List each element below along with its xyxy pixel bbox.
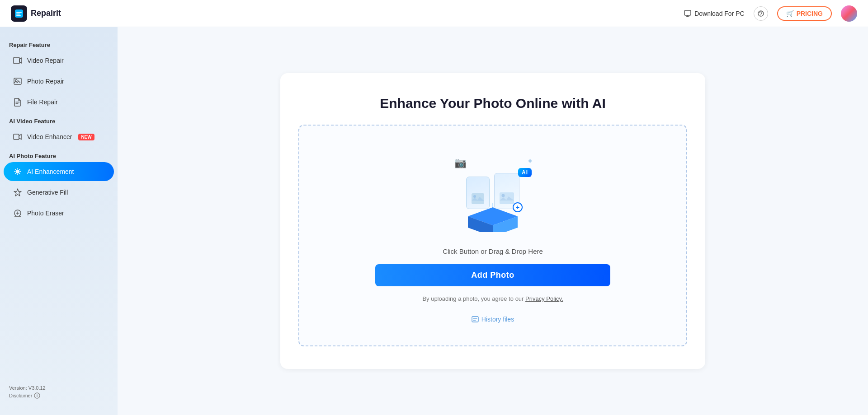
help-button[interactable] [754, 6, 768, 21]
photo-repair-icon [13, 76, 23, 86]
svg-rect-8 [14, 78, 21, 84]
sidebar-item-photo-repair[interactable]: Photo Repair [4, 72, 114, 91]
video-enhancer-label: Video Enhancer [27, 133, 72, 140]
svg-rect-18 [472, 317, 478, 322]
photo-cards: + AI [466, 173, 519, 209]
svg-rect-4 [684, 10, 691, 15]
new-badge: NEW [78, 134, 94, 140]
main-content: Enhance Your Photo Online with AI 📷 ✦ [118, 27, 868, 415]
download-button[interactable]: Download For PC [684, 9, 745, 18]
layout: Repair Feature Video Repair Photo Repair [0, 27, 868, 415]
sidebar-item-generative-fill[interactable]: Generative Fill [4, 183, 114, 202]
history-icon [472, 316, 479, 323]
add-photo-button[interactable]: Add Photo [375, 264, 610, 286]
privacy-policy-link[interactable]: Privacy Policy. [525, 295, 563, 302]
svg-rect-10 [14, 134, 19, 140]
photo-repair-label: Photo Repair [27, 78, 64, 85]
logo-icon [11, 5, 27, 22]
pricing-button[interactable]: 🛒 PRICING [777, 6, 832, 21]
sidebar-item-file-repair[interactable]: File Repair [4, 93, 114, 112]
header-right: Download For PC 🛒 PRICING [684, 5, 857, 22]
headset-icon [757, 10, 764, 17]
ai-badge: AI [518, 168, 532, 177]
svg-rect-16 [500, 192, 514, 204]
video-enhancer-icon [13, 132, 23, 142]
svg-point-11 [16, 170, 19, 173]
sidebar-section-repair: Repair Feature [0, 38, 118, 50]
sidebar-item-video-enhancer[interactable]: Video Enhancer NEW [4, 127, 114, 146]
sidebar-item-video-repair[interactable]: Video Repair [4, 51, 114, 70]
file-repair-label: File Repair [27, 98, 58, 106]
privacy-notice: By uploading a photo, you agree to our P… [422, 295, 563, 302]
video-repair-icon [13, 56, 23, 65]
sidebar-footer: Version: V3.0.12 Disclaimer [0, 378, 118, 406]
svg-rect-2 [16, 14, 20, 14]
page-title: Enhance Your Photo Online with AI [298, 96, 687, 111]
svg-point-17 [502, 194, 505, 197]
monitor-icon [684, 9, 692, 18]
drop-hint: Click Button or Drag & Drop Here [443, 247, 543, 255]
logo[interactable]: Repairit [11, 5, 61, 22]
avatar[interactable] [841, 5, 857, 22]
sidebar-item-ai-enhancement[interactable]: AI Enhancement [4, 162, 114, 181]
camera-icon: 📷 [454, 157, 467, 169]
photo-eraser-icon [13, 208, 23, 218]
sidebar: Repair Feature Video Repair Photo Repair [0, 27, 118, 415]
svg-rect-3 [16, 15, 21, 16]
ai-enhancement-label: AI Enhancement [27, 168, 74, 175]
logo-text: Repairit [31, 9, 61, 18]
svg-point-6 [760, 15, 761, 16]
content-card: Enhance Your Photo Online with AI 📷 ✦ [280, 73, 705, 369]
svg-point-9 [15, 79, 17, 81]
generative-fill-icon [13, 187, 23, 197]
generative-fill-label: Generative Fill [27, 189, 68, 196]
svg-point-13 [37, 394, 38, 395]
version-text: Version: V3.0.12 [9, 385, 108, 391]
video-repair-label: Video Repair [27, 57, 64, 64]
sparkle-icon: ✦ [527, 156, 533, 166]
sidebar-section-ai-photo: AI Photo Feature [0, 149, 118, 161]
ai-enhancement-icon [13, 167, 23, 177]
header: Repairit Download For PC 🛒 PRICING [0, 0, 868, 27]
file-repair-icon [13, 97, 23, 107]
svg-rect-7 [14, 57, 19, 64]
history-files-link[interactable]: History files [472, 316, 514, 323]
svg-point-15 [473, 195, 476, 198]
upload-illustration: 📷 ✦ [448, 148, 538, 234]
info-icon [34, 392, 40, 399]
disclaimer-link[interactable]: Disclaimer [9, 392, 108, 399]
svg-rect-1 [16, 12, 22, 13]
cart-icon: 🛒 [786, 10, 794, 17]
svg-rect-14 [472, 193, 484, 204]
sidebar-section-ai-video: AI Video Feature [0, 114, 118, 126]
drop-zone[interactable]: 📷 ✦ [298, 125, 687, 346]
sidebar-item-photo-eraser[interactable]: Photo Eraser [4, 204, 114, 223]
plus-circle: + [513, 202, 523, 212]
photo-eraser-label: Photo Eraser [27, 210, 64, 217]
